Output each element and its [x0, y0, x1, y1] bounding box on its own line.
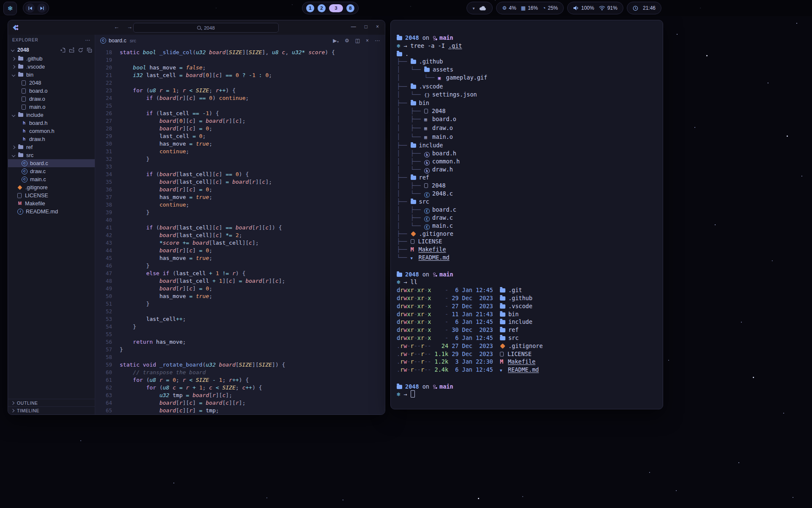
sidebar-item-draw.h[interactable]: hdraw.h [8, 135, 95, 143]
audio-network-widget[interactable]: 100% 91% [567, 2, 623, 14]
sidebar-item-2048[interactable]: 2048 [8, 79, 95, 87]
weather-widget[interactable]: ▾ [466, 2, 493, 14]
code-token [120, 118, 159, 124]
sidebar-item-bin[interactable]: bin [8, 71, 95, 79]
sidebar-item-README.md[interactable]: iREADME.md [8, 207, 95, 215]
refresh-button[interactable] [78, 47, 83, 53]
text-token: - [414, 318, 417, 325]
workspace-button-1[interactable]: 1 [306, 4, 314, 12]
sidebar-item-.vscode[interactable]: .vscode [8, 63, 95, 71]
close-editor-button[interactable]: × [366, 38, 369, 44]
code-token: [ [219, 392, 222, 398]
code-token: ; [209, 87, 212, 94]
code-token: has_move [159, 141, 186, 147]
more-actions-button[interactable]: ⋯ [375, 38, 380, 44]
new-folder-button[interactable] [69, 47, 74, 53]
code-token: r [179, 186, 183, 193]
sidebar-item-board.o[interactable]: board.o [8, 87, 95, 95]
command-center-search[interactable]: 2048 [133, 23, 279, 33]
line-number: 63 [95, 392, 112, 399]
timeline-section[interactable]: TIMELINE [8, 406, 95, 414]
code-editor[interactable]: 18static bool _slide_col(u32 board[SIZE]… [95, 47, 385, 414]
code-token [196, 407, 199, 414]
explorer-more-button[interactable]: ⋯ [85, 37, 91, 43]
minimize-button[interactable]: — [351, 24, 356, 30]
code-line: 20 bool has_move = false; [95, 64, 385, 72]
prompt-arrow-icon: → [400, 42, 410, 49]
code-line: 22 [95, 79, 385, 87]
sidebar-item-LICENSE[interactable]: LICENSE [8, 191, 95, 199]
workspace-button-2[interactable]: 2 [318, 4, 326, 12]
text-token: - [431, 318, 448, 325]
code-token: ] [192, 186, 196, 193]
code-token: board [219, 362, 236, 368]
line-number: 50 [95, 293, 112, 300]
code-token [120, 179, 159, 185]
sidebar-item-draw.o[interactable]: draw.o [8, 95, 95, 103]
code-text: if (last_cell == -1) { [120, 110, 219, 117]
sidebar-item-main.c[interactable]: Cmain.c [8, 175, 95, 183]
code-token [156, 87, 159, 94]
sidebar-item-common.h[interactable]: hcommon.h [8, 127, 95, 135]
settings-gear-button[interactable]: ⚙ [345, 38, 349, 44]
code-token: 0 [199, 133, 203, 139]
close-button[interactable]: × [376, 24, 379, 30]
code-token: { [259, 384, 262, 391]
terminal-body[interactable]: 2048 on main❄ → tree -a -I .git.├── .git… [391, 20, 663, 398]
code-token: has_move [149, 64, 176, 71]
code-token [203, 125, 206, 132]
sidebar-item-include[interactable]: include [8, 111, 95, 119]
tab-filename[interactable]: board.c [109, 38, 126, 44]
code-line: 24 if (board[r][c] == 0) continue; [95, 94, 385, 102]
collapse-all-button[interactable] [87, 47, 92, 53]
code-token: ] [252, 240, 255, 246]
new-file-button[interactable] [60, 47, 66, 53]
history-back-button[interactable]: ← [114, 24, 119, 30]
code-text: has_move = true; [120, 254, 212, 262]
maximize-button[interactable]: □ [365, 24, 368, 30]
code-token: != [222, 270, 229, 276]
code-token: 1 [252, 72, 255, 78]
sidebar-item-.github[interactable]: .github [8, 55, 95, 63]
split-editor-button[interactable]: ◫ [355, 38, 360, 44]
history-forward-button[interactable]: → [127, 24, 132, 30]
outline-section[interactable]: OUTLINE [8, 399, 95, 407]
workspace-button-8[interactable]: 8 [346, 4, 354, 12]
sidebar-item-main.o[interactable]: main.o [8, 103, 95, 111]
run-button[interactable]: ▶▾ [333, 38, 339, 44]
code-token: board [159, 278, 176, 284]
terminal-line: │ └── ▣gameplay.gif [397, 74, 658, 83]
line-number: 47 [95, 270, 112, 277]
code-token [239, 72, 242, 78]
chevron-right-icon [11, 401, 14, 405]
code-token: [ [259, 179, 262, 185]
terminal-line: ├── .github [397, 58, 658, 66]
code-token: ) [236, 270, 239, 276]
workspace-button-3[interactable]: 3 [329, 4, 343, 12]
sidebar-item-ref[interactable]: ref [8, 143, 95, 151]
code-token [222, 224, 226, 231]
sidebar-root-folder[interactable]: 2048 [8, 45, 95, 55]
code-token [199, 110, 203, 116]
sidebar-item-Makefile[interactable]: MMakefile [8, 199, 95, 207]
line-number: 43 [95, 239, 112, 247]
skip-back-button[interactable] [25, 3, 35, 13]
sidebar-item-board.h[interactable]: hboard.h [8, 119, 95, 127]
skip-forward-button[interactable] [37, 3, 47, 13]
code-text: for (u8 r = 0; r < SIZE - 1; r++) { [120, 376, 249, 384]
launcher-button[interactable]: ❄ [3, 2, 17, 15]
code-token: ] [192, 125, 196, 132]
text-token: ├── [397, 230, 411, 237]
folder-icon [500, 304, 505, 309]
sidebar-item-draw.c[interactable]: Cdraw.c [8, 167, 95, 175]
sidebar-item-src[interactable]: src [8, 151, 95, 159]
terminal-window[interactable]: 2048 on main❄ → tree -a -I .git.├── .git… [390, 20, 663, 409]
code-token: c [179, 407, 183, 414]
terminal-line: ❄ → tree -a -I .git [397, 42, 658, 50]
line-number: 34 [95, 171, 112, 178]
line-number: 45 [95, 254, 112, 262]
code-token: if [146, 110, 153, 116]
code-token [179, 377, 183, 383]
sidebar-item-board.c[interactable]: Cboard.c [8, 159, 95, 167]
sidebar-item-.gitignore[interactable]: .gitignore [8, 183, 95, 191]
